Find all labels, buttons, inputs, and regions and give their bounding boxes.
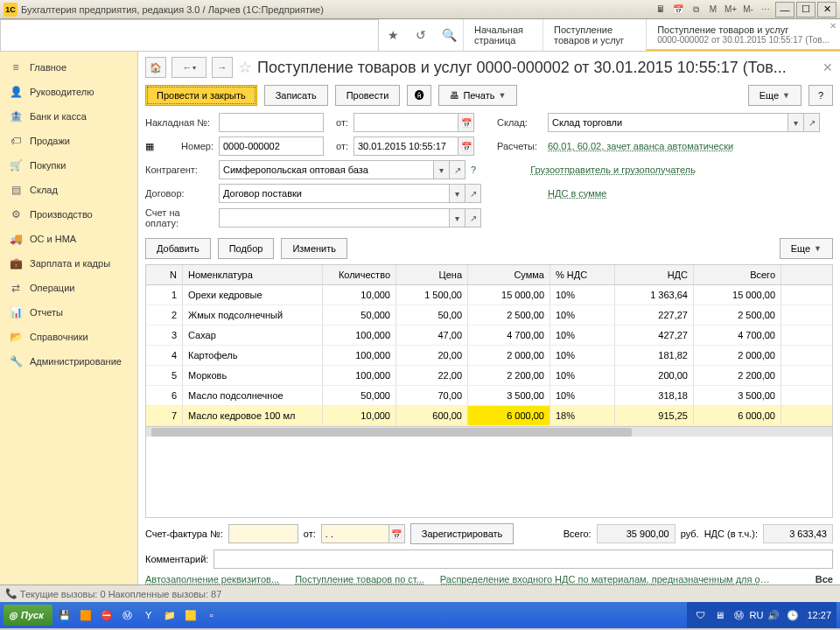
print-button[interactable]: 🖶 Печать ▼: [438, 85, 517, 106]
toolbar-icon[interactable]: ⋯: [758, 3, 774, 17]
tray-icon[interactable]: 🔊: [765, 606, 782, 624]
sidebar-item-sales[interactable]: 🏷Продажи: [0, 129, 137, 153]
open-icon[interactable]: ↗: [466, 208, 481, 228]
table-row[interactable]: 4Картофель100,00020,002 000,0010%181,822…: [146, 346, 832, 366]
sidebar-item-reports[interactable]: 📊Отчеты: [0, 300, 137, 325]
all-link[interactable]: Все: [816, 574, 833, 584]
sidebar-item-salary[interactable]: 💼Зарплата и кадры: [0, 251, 137, 276]
open-icon[interactable]: ↗: [450, 160, 466, 179]
tab-close-icon[interactable]: ✕: [830, 21, 836, 31]
table-row[interactable]: 6Масло подсолнечное50,00070,003 500,0010…: [146, 386, 832, 406]
lang-indicator[interactable]: RU: [750, 610, 764, 620]
sidebar-item-purchases[interactable]: 🛒Покупки: [0, 153, 137, 178]
col-vat-rate[interactable]: % НДС: [550, 265, 615, 284]
calendar-icon[interactable]: 📅: [458, 136, 474, 156]
tray-icon[interactable]: ⛔: [98, 606, 116, 624]
write-button[interactable]: Записать: [264, 85, 328, 106]
maximize-button[interactable]: ☐: [796, 2, 816, 18]
close-button[interactable]: ✕: [817, 2, 836, 18]
tray-icon[interactable]: 🖥: [711, 606, 729, 624]
payment-order-input[interactable]: [219, 208, 450, 228]
start-button[interactable]: ◎ Пуск: [4, 605, 52, 626]
table-row[interactable]: 3Сахар100,00047,004 700,0010%427,274 700…: [146, 326, 832, 346]
forward-button[interactable]: →: [212, 57, 233, 78]
history-icon[interactable]: ↺: [407, 19, 435, 51]
tray-icon[interactable]: ▫: [203, 606, 220, 624]
col-n[interactable]: N: [146, 265, 183, 284]
toolbar-icon[interactable]: M-: [740, 3, 756, 17]
minimize-button[interactable]: —: [775, 2, 794, 18]
more-button[interactable]: Еще ▼: [748, 85, 802, 106]
sidebar-item-admin[interactable]: 🔧Администрирование: [0, 349, 137, 374]
post-and-close-button[interactable]: Провести и закрыть: [145, 85, 257, 106]
col-nomenclature[interactable]: Номенклатура: [183, 265, 323, 284]
tray-icon[interactable]: Y: [140, 606, 158, 624]
add-row-button[interactable]: Добавить: [145, 238, 211, 259]
calendar-icon[interactable]: 📅: [389, 524, 405, 543]
invoice-number-input[interactable]: [219, 113, 324, 132]
horizontal-scrollbar[interactable]: [146, 426, 832, 437]
toolbar-icon[interactable]: M+: [723, 3, 738, 17]
register-button[interactable]: Зарегистрировать: [410, 523, 514, 544]
table-row[interactable]: 7Масло кедровое 100 мл10,000600,006 000,…: [146, 406, 832, 426]
sidebar-item-main[interactable]: ≡Главное: [0, 55, 137, 80]
dropdown-icon[interactable]: ▾: [788, 113, 804, 132]
home-button[interactable]: 🏠: [145, 57, 166, 78]
movements-button[interactable]: 🅐: [407, 85, 431, 106]
tab-start[interactable]: Начальная страница: [463, 19, 542, 51]
tray-icon[interactable]: 🟧: [77, 606, 94, 624]
dropdown-icon[interactable]: ▾: [450, 208, 466, 228]
sidebar-item-operations[interactable]: ⇄Операции: [0, 276, 137, 300]
back-button[interactable]: ← ▾: [172, 57, 206, 78]
comment-input[interactable]: [214, 550, 833, 569]
sidebar-item-manager[interactable]: 👤Руководителю: [0, 80, 137, 104]
open-icon[interactable]: ↗: [804, 113, 820, 132]
tab-receipts-list[interactable]: Поступление товаров и услуг: [542, 19, 646, 51]
counterparty-input[interactable]: [219, 160, 434, 179]
number-input[interactable]: [219, 136, 324, 156]
change-button[interactable]: Изменить: [281, 238, 347, 259]
favorite-icon[interactable]: ★: [379, 19, 407, 51]
tray-icon[interactable]: 🟨: [182, 606, 200, 624]
invoice-date-input[interactable]: [354, 113, 458, 132]
sidebar-item-bank[interactable]: 🏦Банк и касса: [0, 104, 137, 129]
toolbar-icon[interactable]: 📅: [670, 3, 686, 17]
sidebar-item-catalogs[interactable]: 📂Справочники: [0, 325, 137, 349]
pick-button[interactable]: Подбор: [218, 238, 275, 259]
datetime-input[interactable]: [354, 136, 458, 156]
dropdown-icon[interactable]: ▾: [450, 184, 466, 203]
tray-icon[interactable]: 💾: [56, 606, 74, 624]
warehouse-input[interactable]: [548, 113, 788, 132]
tray-icon[interactable]: 🕒: [784, 606, 802, 624]
dropdown-icon[interactable]: ▾: [434, 160, 450, 179]
help-icon[interactable]: ?: [471, 164, 476, 175]
col-quantity[interactable]: Количество: [323, 265, 396, 284]
table-row[interactable]: 2Жмых подсолнечный50,00050,002 500,0010%…: [146, 305, 832, 326]
toolbar-icon[interactable]: M: [705, 3, 721, 17]
tab-receipt-doc[interactable]: Поступление товаров и услуг 0000-000002 …: [646, 19, 840, 51]
table-more-button[interactable]: Еще ▼: [780, 238, 833, 259]
search-icon[interactable]: 🔍: [435, 19, 463, 51]
tray-icon[interactable]: 🛡: [692, 606, 710, 624]
tray-icon[interactable]: Ⓜ: [119, 606, 136, 624]
autofill-link[interactable]: Автозаполнение реквизитов...: [145, 574, 279, 584]
calendar-icon[interactable]: 📅: [458, 113, 474, 132]
help-button[interactable]: ?: [808, 85, 833, 106]
vat-distribution-link[interactable]: Распределение входного НДС по материалам…: [440, 574, 773, 584]
tray-icon[interactable]: 📁: [161, 606, 178, 624]
col-total[interactable]: Всего: [694, 265, 781, 284]
toolbar-icon[interactable]: 🖩: [653, 3, 668, 17]
shipper-link[interactable]: Грузоотправитель и грузополучатель: [530, 164, 696, 175]
col-vat-amount[interactable]: НДС: [615, 265, 694, 284]
sf-date-input[interactable]: [321, 524, 389, 543]
sidebar-item-production[interactable]: ⚙Производство: [0, 202, 137, 227]
contract-input[interactable]: [219, 184, 450, 203]
sf-number-input[interactable]: [228, 524, 298, 543]
vat-link[interactable]: НДС в сумме: [548, 188, 606, 199]
col-sum[interactable]: Сумма: [468, 265, 550, 284]
open-icon[interactable]: ↗: [466, 184, 481, 203]
toolbar-icon[interactable]: ⧉: [688, 3, 704, 17]
tray-icon[interactable]: Ⓜ: [731, 606, 748, 624]
post-button[interactable]: Провести: [335, 85, 401, 106]
col-price[interactable]: Цена: [396, 265, 468, 284]
